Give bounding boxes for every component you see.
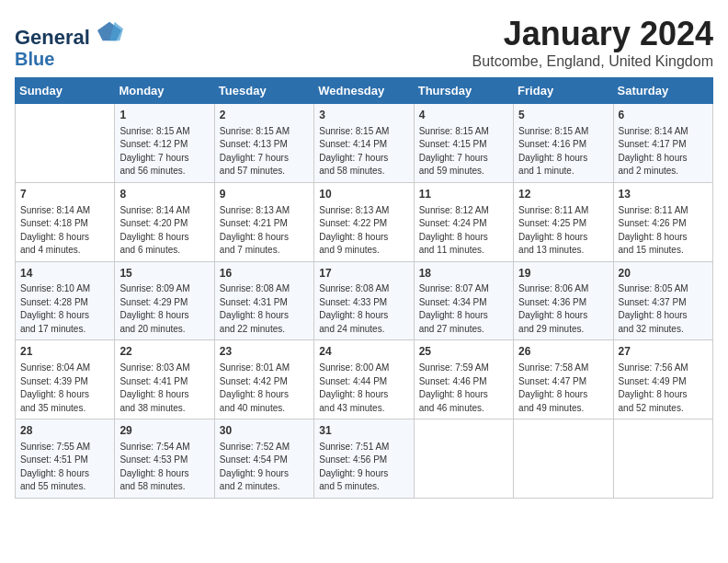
day-number: 14	[20, 266, 109, 282]
day-number: 17	[319, 266, 408, 282]
weekday-header-wednesday: Wednesday	[314, 78, 414, 104]
day-info: Sunrise: 8:01 AM Sunset: 4:42 PM Dayligh…	[220, 362, 309, 415]
calendar-cell: 23Sunrise: 8:01 AM Sunset: 4:42 PM Dayli…	[214, 340, 313, 419]
day-number: 18	[419, 266, 508, 282]
calendar-cell: 12Sunrise: 8:11 AM Sunset: 4:25 PM Dayli…	[514, 182, 613, 261]
day-info: Sunrise: 8:08 AM Sunset: 4:31 PM Dayligh…	[220, 282, 309, 336]
day-number: 6	[619, 108, 708, 123]
calendar-cell: 31Sunrise: 7:51 AM Sunset: 4:56 PM Dayli…	[314, 419, 414, 499]
day-info: Sunrise: 8:10 AM Sunset: 4:28 PM Dayligh…	[20, 282, 109, 336]
day-info: Sunrise: 8:14 AM Sunset: 4:18 PM Dayligh…	[20, 204, 109, 258]
calendar-cell: 21Sunrise: 8:04 AM Sunset: 4:39 PM Dayli…	[16, 340, 115, 419]
day-number: 21	[20, 344, 109, 360]
day-info: Sunrise: 8:13 AM Sunset: 4:21 PM Dayligh…	[220, 204, 309, 258]
day-info: Sunrise: 8:15 AM Sunset: 4:15 PM Dayligh…	[419, 125, 508, 178]
calendar-cell: 16Sunrise: 8:08 AM Sunset: 4:31 PM Dayli…	[214, 261, 313, 340]
day-info: Sunrise: 8:15 AM Sunset: 4:14 PM Dayligh…	[319, 125, 408, 178]
day-number: 24	[319, 344, 408, 360]
day-info: Sunrise: 8:13 AM Sunset: 4:22 PM Dayligh…	[319, 204, 408, 258]
calendar-cell: 18Sunrise: 8:07 AM Sunset: 4:34 PM Dayli…	[414, 261, 513, 340]
logo-icon	[97, 18, 123, 44]
day-info: Sunrise: 8:11 AM Sunset: 4:25 PM Dayligh…	[518, 204, 608, 258]
day-number: 23	[220, 344, 309, 360]
calendar-cell: 14Sunrise: 8:10 AM Sunset: 4:28 PM Dayli…	[16, 261, 115, 340]
calendar-cell: 15Sunrise: 8:09 AM Sunset: 4:29 PM Dayli…	[115, 261, 214, 340]
calendar-cell: 28Sunrise: 7:55 AM Sunset: 4:51 PM Dayli…	[16, 419, 115, 499]
calendar-cell: 11Sunrise: 8:12 AM Sunset: 4:24 PM Dayli…	[414, 182, 513, 261]
day-number: 15	[119, 266, 209, 282]
day-info: Sunrise: 7:56 AM Sunset: 4:49 PM Dayligh…	[619, 362, 708, 415]
weekday-header-tuesday: Tuesday	[214, 78, 313, 104]
day-number: 26	[518, 344, 608, 360]
calendar-body: 1Sunrise: 8:15 AM Sunset: 4:12 PM Daylig…	[16, 104, 713, 499]
weekday-header-monday: Monday	[115, 78, 214, 104]
day-number: 16	[220, 266, 309, 282]
day-number: 3	[319, 108, 408, 123]
calendar-cell: 8Sunrise: 8:14 AM Sunset: 4:20 PM Daylig…	[115, 182, 214, 261]
day-number: 27	[619, 344, 708, 360]
day-info: Sunrise: 8:06 AM Sunset: 4:36 PM Dayligh…	[518, 282, 608, 336]
calendar-title: January 2024	[472, 15, 713, 53]
calendar-cell: 3Sunrise: 8:15 AM Sunset: 4:14 PM Daylig…	[314, 104, 414, 183]
calendar-cell: 26Sunrise: 7:58 AM Sunset: 4:47 PM Dayli…	[514, 340, 613, 419]
day-info: Sunrise: 8:05 AM Sunset: 4:37 PM Dayligh…	[619, 282, 708, 336]
day-number: 8	[119, 187, 209, 202]
calendar-cell: 30Sunrise: 7:52 AM Sunset: 4:54 PM Dayli…	[214, 419, 313, 499]
calendar-cell: 24Sunrise: 8:00 AM Sunset: 4:44 PM Dayli…	[314, 340, 414, 419]
calendar-cell: 4Sunrise: 8:15 AM Sunset: 4:15 PM Daylig…	[414, 104, 513, 183]
calendar-cell: 10Sunrise: 8:13 AM Sunset: 4:22 PM Dayli…	[314, 182, 414, 261]
day-number: 31	[319, 423, 408, 439]
day-number: 2	[220, 108, 309, 123]
calendar-cell	[514, 419, 613, 499]
weekday-header-thursday: Thursday	[414, 78, 513, 104]
day-info: Sunrise: 7:54 AM Sunset: 4:53 PM Dayligh…	[119, 441, 209, 494]
day-number: 22	[119, 344, 209, 360]
calendar-cell: 7Sunrise: 8:14 AM Sunset: 4:18 PM Daylig…	[16, 182, 115, 261]
day-number: 30	[220, 423, 309, 439]
calendar-cell: 27Sunrise: 7:56 AM Sunset: 4:49 PM Dayli…	[613, 340, 712, 419]
day-number: 11	[419, 187, 508, 202]
calendar-cell: 1Sunrise: 8:15 AM Sunset: 4:12 PM Daylig…	[115, 104, 214, 183]
weekday-header-sunday: Sunday	[16, 78, 115, 104]
calendar-cell: 25Sunrise: 7:59 AM Sunset: 4:46 PM Dayli…	[414, 340, 513, 419]
calendar-cell: 9Sunrise: 8:13 AM Sunset: 4:21 PM Daylig…	[214, 182, 313, 261]
day-number: 13	[619, 187, 708, 202]
day-info: Sunrise: 8:09 AM Sunset: 4:29 PM Dayligh…	[119, 282, 209, 336]
calendar-cell: 13Sunrise: 8:11 AM Sunset: 4:26 PM Dayli…	[613, 182, 712, 261]
calendar-cell	[16, 104, 115, 183]
day-number: 25	[419, 344, 508, 360]
week-row-3: 14Sunrise: 8:10 AM Sunset: 4:28 PM Dayli…	[16, 261, 713, 340]
calendar-subtitle: Butcombe, England, United Kingdom	[472, 53, 713, 70]
day-info: Sunrise: 8:14 AM Sunset: 4:20 PM Dayligh…	[119, 204, 209, 258]
day-info: Sunrise: 8:15 AM Sunset: 4:12 PM Dayligh…	[119, 125, 209, 178]
day-info: Sunrise: 8:15 AM Sunset: 4:16 PM Dayligh…	[518, 125, 608, 178]
day-number: 12	[518, 187, 608, 202]
calendar-table: SundayMondayTuesdayWednesdayThursdayFrid…	[15, 77, 713, 499]
calendar-cell	[414, 419, 513, 499]
day-info: Sunrise: 8:04 AM Sunset: 4:39 PM Dayligh…	[20, 362, 109, 415]
calendar-cell: 17Sunrise: 8:08 AM Sunset: 4:33 PM Dayli…	[314, 261, 414, 340]
logo-text-blue: Blue	[15, 49, 123, 69]
title-block: January 2024 Butcombe, England, United K…	[472, 15, 713, 70]
week-row-2: 7Sunrise: 8:14 AM Sunset: 4:18 PM Daylig…	[16, 182, 713, 261]
week-row-1: 1Sunrise: 8:15 AM Sunset: 4:12 PM Daylig…	[16, 104, 713, 183]
page-header: General Blue January 2024 Butcombe, Engl…	[15, 15, 713, 70]
day-info: Sunrise: 8:00 AM Sunset: 4:44 PM Dayligh…	[319, 362, 408, 415]
day-info: Sunrise: 8:07 AM Sunset: 4:34 PM Dayligh…	[419, 282, 508, 336]
day-number: 20	[619, 266, 708, 282]
day-info: Sunrise: 7:55 AM Sunset: 4:51 PM Dayligh…	[20, 441, 109, 494]
day-number: 29	[119, 423, 209, 439]
day-info: Sunrise: 7:52 AM Sunset: 4:54 PM Dayligh…	[220, 441, 309, 494]
day-info: Sunrise: 7:59 AM Sunset: 4:46 PM Dayligh…	[419, 362, 508, 415]
day-number: 19	[518, 266, 608, 282]
calendar-cell: 22Sunrise: 8:03 AM Sunset: 4:41 PM Dayli…	[115, 340, 214, 419]
calendar-cell: 20Sunrise: 8:05 AM Sunset: 4:37 PM Dayli…	[613, 261, 712, 340]
day-number: 7	[20, 187, 109, 202]
day-number: 28	[20, 423, 109, 439]
weekday-header-friday: Friday	[514, 78, 613, 104]
week-row-5: 28Sunrise: 7:55 AM Sunset: 4:51 PM Dayli…	[16, 419, 713, 499]
calendar-cell	[613, 419, 712, 499]
day-number: 4	[419, 108, 508, 123]
calendar-cell: 2Sunrise: 8:15 AM Sunset: 4:13 PM Daylig…	[214, 104, 313, 183]
day-number: 1	[119, 108, 209, 123]
